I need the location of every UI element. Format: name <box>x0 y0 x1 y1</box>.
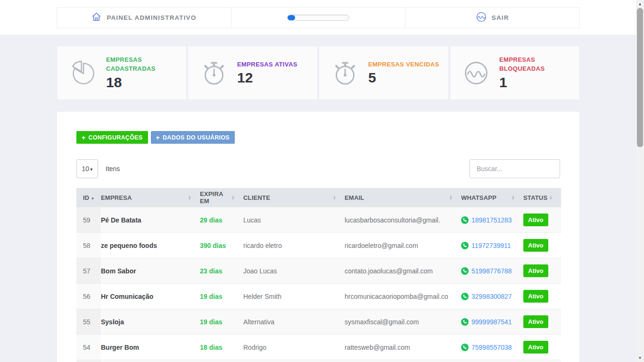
cell-id: 55 <box>76 309 101 334</box>
plus-icon: + <box>82 134 85 141</box>
days-to-expire: 19 dias <box>200 318 222 326</box>
table-row: 58 ze pequeno foods 390 dias ricardo ele… <box>76 232 561 258</box>
cell-expira: 29 dias <box>200 216 243 224</box>
stat-value: 18 <box>106 74 180 91</box>
whatsapp-link[interactable]: 11972739911 <box>471 242 511 249</box>
page-size-select[interactable]: 10 <box>76 159 98 178</box>
whatsapp-link[interactable]: 99999987541 <box>471 318 512 326</box>
cell-empresa: Sysloja <box>101 318 200 326</box>
cell-id: 59 <box>76 207 101 232</box>
cell-empresa: Bom Sabor <box>101 267 200 275</box>
company-name: Burger Bom <box>101 344 139 351</box>
whatsapp-icon <box>461 293 469 300</box>
logout-button[interactable]: SAIR <box>405 7 580 28</box>
cell-empresa: ze pequeno foods <box>101 242 200 249</box>
stopwatch-icon <box>332 60 358 86</box>
cell-expira: 18 dias <box>200 344 243 351</box>
table-row: 56 Hr Comunicação 19 dias Helder Smith h… <box>76 283 561 309</box>
dados-usuarios-button[interactable]: + DADOS DO USUÁRIOS <box>151 131 235 144</box>
cell-cliente: Helder Smith <box>243 293 345 300</box>
sort-icon <box>512 195 515 200</box>
cell-email: sysmaxfiscal@gmail.com <box>345 318 461 326</box>
cell-id: 56 <box>76 284 101 309</box>
table-row: 54 Burger Bom 18 dias Rodrigo rattesweb@… <box>76 334 561 360</box>
whatsapp-icon <box>461 318 469 326</box>
scroll-down-icon[interactable]: ▼ <box>636 356 644 360</box>
stat-label: EMPRESAS CADASTRADAS <box>106 55 180 74</box>
logout-label: SAIR <box>492 14 509 21</box>
company-id: 57 <box>83 267 91 275</box>
cell-email: ricardoeletro@gmail.com <box>345 242 461 249</box>
cell-whatsapp: 11972739911 <box>461 242 523 249</box>
cell-whatsapp: 32998300827 <box>461 293 523 300</box>
cell-email: hrcomunicacaoriopomba@gmail.co <box>345 293 461 300</box>
status-badge[interactable]: Ativo <box>523 341 548 354</box>
scroll-up-icon[interactable]: ▲ <box>636 2 644 6</box>
cell-status: Ativo <box>523 315 561 328</box>
whatsapp-link[interactable]: 32998300827 <box>471 293 512 300</box>
stat-label: EMPRESAS VENCIDAS <box>368 60 439 69</box>
whatsapp-link[interactable]: 18981751283 <box>471 216 512 224</box>
whatsapp-icon <box>461 344 469 351</box>
stopwatch-icon <box>201 60 227 86</box>
cell-status: Ativo <box>523 214 561 226</box>
column-header-id[interactable]: ID <box>76 188 101 207</box>
cell-status: Ativo <box>523 264 561 277</box>
stat-value: 1 <box>499 74 573 91</box>
cell-expira: 19 dias <box>200 293 243 300</box>
cell-id: 57 <box>76 258 101 283</box>
days-to-expire: 23 dias <box>200 267 222 275</box>
search-input[interactable] <box>470 159 560 178</box>
cell-cliente: Alternativa <box>243 318 345 326</box>
column-header-cliente[interactable]: CLIENTE <box>243 188 345 207</box>
progress-bar <box>287 15 349 21</box>
column-header-expira[interactable]: EXPIRA EM <box>200 188 243 207</box>
cell-email: contato.joaolucas@gmail.com <box>345 267 461 275</box>
cell-cliente: Rodrigo <box>243 344 345 351</box>
company-name: Bom Sabor <box>101 267 136 275</box>
cell-empresa: Pé De Batata <box>101 216 200 224</box>
cell-cliente: Joao Lucas <box>243 267 345 275</box>
whatsapp-link[interactable]: 51998776788 <box>471 267 512 275</box>
sort-icon <box>333 195 336 200</box>
sort-icon <box>449 195 453 200</box>
cell-cliente: ricardo eletro <box>243 242 345 249</box>
client-name: Helder Smith <box>243 293 281 300</box>
dados-usuarios-label: DADOS DO USUÁRIOS <box>163 134 230 141</box>
cell-empresa: Hr Comunicação <box>101 293 200 300</box>
company-id: 54 <box>83 344 91 351</box>
items-label: Itens <box>106 159 120 178</box>
status-badge[interactable]: Ativo <box>523 239 548 252</box>
stat-card-cadastradas: EMPRESAS CADASTRADAS 18 <box>57 46 187 100</box>
main-panel: + CONFIGURAÇÕES + DADOS DO USUÁRIOS 10 I… <box>57 111 580 362</box>
scrollbar[interactable]: ▲ ▼ <box>636 0 644 362</box>
status-badge[interactable]: Ativo <box>523 264 548 277</box>
wave-circle-icon <box>463 60 489 86</box>
scrollbar-thumb[interactable] <box>637 8 643 147</box>
days-to-expire: 18 dias <box>200 344 222 351</box>
whatsapp-icon <box>461 267 469 275</box>
companies-table: ID EMPRESA EXPIRA EM CLIENTE EMAIL WHATS… <box>76 188 561 362</box>
whatsapp-link[interactable]: 75998557038 <box>471 344 512 351</box>
column-header-email[interactable]: EMAIL <box>345 188 461 207</box>
column-header-empresa[interactable]: EMPRESA <box>101 188 200 207</box>
cell-email: lucasbarbosaconsultoria@gmail. <box>345 216 461 224</box>
client-name: Lucas <box>243 216 261 224</box>
client-name: ricardo eletro <box>243 242 282 249</box>
status-badge[interactable]: Ativo <box>523 214 548 226</box>
client-name: Alternativa <box>243 318 274 326</box>
table-body: 59 Pé De Batata 29 dias Lucas lucasbarbo… <box>76 207 561 360</box>
configuracoes-button[interactable]: + CONFIGURAÇÕES <box>76 131 148 144</box>
header-progress-section <box>231 7 406 28</box>
column-header-whatsapp[interactable]: WHATSAPP <box>461 188 523 207</box>
plus-icon: + <box>156 134 160 141</box>
client-email: ricardoeletro@gmail.com <box>345 242 418 249</box>
configuracoes-label: CONFIGURAÇÕES <box>88 134 142 141</box>
status-badge[interactable]: Ativo <box>523 315 548 328</box>
status-badge[interactable]: Ativo <box>523 290 548 303</box>
client-email: contato.joaolucas@gmail.com <box>345 267 433 275</box>
cell-expira: 19 dias <box>200 318 243 326</box>
client-email: sysmaxfiscal@gmail.com <box>345 318 419 326</box>
whatsapp-icon <box>461 216 469 224</box>
column-header-status[interactable]: STATUS <box>523 188 561 207</box>
